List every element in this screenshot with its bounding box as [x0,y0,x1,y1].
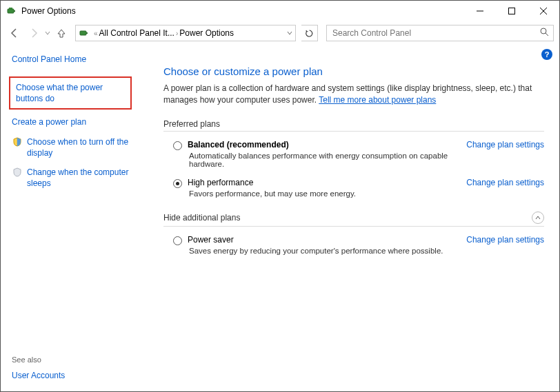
svg-rect-0 [8,9,14,13]
address-dropdown-icon[interactable] [287,30,292,37]
plan-name: High performance [188,178,457,187]
sidebar-link-create-plan[interactable]: Create a power plan [12,116,130,127]
control-panel-home-link[interactable]: Control Panel Home [12,54,130,64]
change-settings-link[interactable]: Change plan settings [466,178,544,187]
sidebar-link-display-off[interactable]: Choose when to turn off the display [12,136,130,158]
section-title: Preferred plans [163,119,220,129]
preferred-plans-header: Preferred plans [163,119,544,132]
sidebar-link-label: Choose when to turn off the display [27,136,130,158]
search-input[interactable] [331,28,540,39]
window-controls [464,1,559,21]
battery-icon [6,6,17,17]
address-bar[interactable]: « All Control Panel It... › Power Option… [75,25,296,41]
sidebar-link-power-buttons[interactable]: Choose what the power buttons do [9,76,132,110]
sidebar-link-label: Change when the computer sleeps [27,167,130,189]
chevron-right-icon: › [176,30,178,37]
change-settings-link[interactable]: Change plan settings [466,235,544,245]
forward-button[interactable] [26,25,42,41]
collapse-icon[interactable] [532,212,544,224]
search-bar[interactable] [326,25,554,41]
help-icon[interactable]: ? [541,49,552,60]
battery-icon [79,28,90,39]
plan-high-performance: High performance Favors performance, but… [163,169,544,199]
svg-rect-4 [509,8,515,14]
radio-power-saver[interactable] [173,236,182,245]
hide-additional-plans-header[interactable]: Hide additional plans [163,212,544,227]
svg-line-10 [546,33,548,36]
page-heading: Choose or customize a power plan [163,65,544,77]
sidebar-link-label: Create a power plan [12,116,86,127]
recent-dropdown-icon[interactable] [45,30,50,37]
window-title: Power Options [21,6,76,16]
breadcrumb-segment[interactable]: All Control Panel It... [99,28,174,38]
plan-balanced: Balanced (recommended) Automatically bal… [163,132,544,169]
shield-icon [12,167,23,178]
svg-rect-8 [86,32,88,34]
section-title: Hide additional plans [163,213,240,223]
sidebar: Control Panel Home Choose what the power… [1,45,139,391]
page-description: A power plan is a collection of hardware… [163,83,544,107]
learn-more-link[interactable]: Tell me more about power plans [319,95,436,105]
plan-desc: Automatically balances performance with … [188,152,457,168]
main-panel: ? Choose or customize a power plan A pow… [139,45,559,391]
radio-balanced[interactable] [173,141,182,150]
breadcrumb-segment[interactable]: Power Options [179,28,234,38]
back-button[interactable] [6,25,23,41]
close-button[interactable] [528,1,559,21]
plan-power-saver: Power saver Saves energy by reducing you… [163,227,544,256]
maximize-button[interactable] [496,1,528,21]
chevron-left-icon: « [94,30,98,37]
svg-rect-1 [14,10,15,12]
plan-name: Balanced (recommended) [188,140,457,149]
svg-rect-2 [9,8,12,9]
change-settings-link[interactable]: Change plan settings [466,140,544,149]
navigation-bar: « All Control Panel It... › Power Option… [1,21,559,45]
plan-desc: Favors performance, but may use more ene… [188,189,457,198]
search-icon[interactable] [540,28,549,39]
content-area: Control Panel Home Choose what the power… [1,45,559,391]
title-bar: Power Options [1,1,559,21]
svg-point-9 [541,28,546,34]
minimize-button[interactable] [464,1,496,21]
up-button[interactable] [53,25,70,41]
plan-name: Power saver [188,235,457,245]
refresh-button[interactable] [301,25,318,41]
svg-rect-7 [80,31,86,35]
sidebar-link-label: Choose what the power buttons do [16,82,125,104]
see-also-user-accounts[interactable]: User Accounts [12,371,65,380]
shield-icon [12,136,23,147]
see-also-header: See also [12,355,41,364]
radio-high-performance[interactable] [173,179,182,188]
sidebar-link-sleep[interactable]: Change when the computer sleeps [12,167,130,189]
plan-desc: Saves energy by reducing your computer's… [188,247,457,255]
